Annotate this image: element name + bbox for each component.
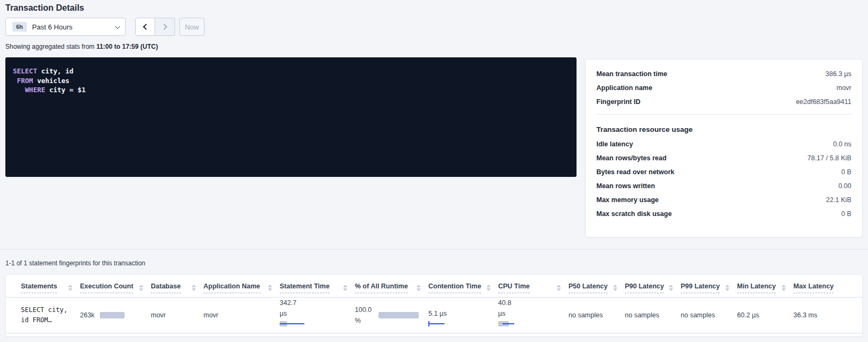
column-header-statement-time[interactable]: Statement Time <box>280 275 355 297</box>
interval-arrow-group <box>135 18 175 36</box>
sql-text: city = $1 <box>45 86 85 94</box>
statement-time-bar <box>280 321 307 327</box>
sql-statement-box: SELECT city, id FROM vehicles WHERE city… <box>5 57 577 177</box>
column-header-label: % of All Runtime <box>355 282 408 293</box>
sort-icon <box>192 285 196 291</box>
prev-interval-button[interactable] <box>135 18 155 36</box>
statement-time-value: 342.7 <box>280 298 355 308</box>
summary-row: Fingerprint ID ee2df683f5aa9411 <box>596 95 851 109</box>
column-header-p90-latency[interactable]: P90 Latency <box>625 275 681 297</box>
sql-statement: SELECT city, id FROM vehicles WHERE city… <box>13 66 569 95</box>
sql-indent <box>13 77 17 85</box>
summary-divider <box>596 114 851 115</box>
column-header-execution-count[interactable]: Execution Count <box>80 275 151 297</box>
sql-text: city, id <box>37 67 74 75</box>
column-header-label: Max Latency <box>793 282 834 293</box>
p99-latency-cell: no samples <box>681 297 737 333</box>
p90-latency-cell: no samples <box>625 297 681 333</box>
time-toolbar: 6h Past 6 Hours Now <box>5 18 205 36</box>
aggregated-stats-caption: Showing aggregated stats from 11:00 to 1… <box>5 43 158 50</box>
sql-keyword: FROM <box>17 77 33 85</box>
summary-value: 0.00 <box>838 182 851 190</box>
sort-icon <box>68 285 72 291</box>
column-header-database[interactable]: Database <box>151 275 203 297</box>
summary-value: movr <box>836 84 851 92</box>
column-header-application-name[interactable]: Application Name <box>203 275 280 297</box>
chevron-right-icon <box>161 24 167 29</box>
statement-line: SELECT city, <box>21 305 80 315</box>
sort-icon <box>725 285 730 291</box>
next-interval-button[interactable] <box>155 18 175 36</box>
summary-row: Bytes read over network 0 B <box>596 165 851 179</box>
statement-time-unit: µs <box>280 308 355 319</box>
column-header-label: CPU Time <box>498 282 530 293</box>
statement-row: SELECT city, id FROM… 263k movr movr 342… <box>6 297 863 333</box>
sort-icon <box>486 285 491 291</box>
column-header-contention-time[interactable]: Contention Time <box>428 275 498 297</box>
cpu-time-unit: µs <box>498 308 568 319</box>
chevron-down-icon <box>115 24 120 29</box>
summary-value: 0.0 ns <box>833 140 851 148</box>
statements-table-card: Statements Execution Count Database Appl… <box>5 274 863 337</box>
summary-value: 0 B <box>841 168 851 176</box>
table-header-row: Statements Execution Count Database Appl… <box>6 275 863 297</box>
execution-count-value: 263k <box>80 311 94 319</box>
column-header-p99-latency[interactable]: P99 Latency <box>681 275 737 297</box>
summary-value: 0 B <box>841 210 851 218</box>
runtime-pct-cell: 100.0 % <box>355 297 428 333</box>
column-header-label: P50 Latency <box>568 282 608 293</box>
runtime-pct-value: 100.0 <box>355 304 371 315</box>
time-interval-select[interactable]: 6h Past 6 Hours <box>5 18 126 36</box>
resource-usage-heading: Transaction resource usage <box>596 121 851 137</box>
runtime-pct-bar <box>378 312 419 318</box>
p50-latency-cell: no samples <box>568 297 625 333</box>
summary-row: Application name movr <box>596 81 851 95</box>
column-header-label: Execution Count <box>80 282 133 293</box>
statement-time-cell: 342.7 µs <box>280 297 355 333</box>
summary-row: Mean transaction time 386.3 µs <box>596 67 851 81</box>
sql-text: vehicles <box>33 77 70 85</box>
column-header-min-latency[interactable]: Min Latency <box>737 275 793 297</box>
summary-label: Max scratch disk usage <box>596 210 672 218</box>
column-header-max-latency[interactable]: Max Latency <box>793 275 863 297</box>
sort-icon <box>139 285 143 291</box>
caption-prefix: Showing aggregated stats from <box>5 43 96 50</box>
summary-label: Mean rows written <box>596 182 655 190</box>
statement-line: id FROM… <box>21 315 80 325</box>
execution-count-bar <box>100 312 125 318</box>
statements-count-caption: 1-1 of 1 statement fingerprints for this… <box>5 259 145 267</box>
sort-icon <box>557 285 561 291</box>
summary-value: 78.17 / 5.8 KiB <box>807 154 851 162</box>
cpu-time-bar <box>498 321 525 327</box>
sort-icon <box>417 285 421 291</box>
column-header-runtime-pct[interactable]: % of All Runtime <box>355 275 428 297</box>
column-header-label: Application Name <box>203 282 260 293</box>
column-header-label: P90 Latency <box>625 282 664 293</box>
cpu-time-value: 40.8 <box>498 298 568 308</box>
chevron-left-icon <box>143 24 149 29</box>
statement-link[interactable]: SELECT city, id FROM… <box>21 305 80 325</box>
execution-count-cell: 263k <box>80 297 151 333</box>
column-header-label: Min Latency <box>737 282 776 293</box>
column-header-statements[interactable]: Statements <box>6 275 80 297</box>
column-header-cpu-time[interactable]: CPU Time <box>498 275 568 297</box>
summary-label: Mean transaction time <box>596 70 667 78</box>
now-button[interactable]: Now <box>179 18 205 36</box>
sort-icon <box>782 285 786 291</box>
runtime-pct-unit: % <box>355 315 371 326</box>
statement-cell: SELECT city, id FROM… <box>6 297 80 333</box>
column-header-p50-latency[interactable]: P50 Latency <box>568 275 625 297</box>
sql-indent <box>13 86 25 94</box>
summary-row: Idle latency 0.0 ns <box>596 137 851 151</box>
contention-time-cell: 5.1 µs <box>428 297 498 333</box>
cpu-time-cell: 40.8 µs <box>498 297 568 333</box>
summary-label: Fingerprint ID <box>596 98 640 106</box>
summary-value: 22.1 KiB <box>826 196 851 204</box>
contention-time-bar <box>428 321 455 327</box>
section-divider <box>0 249 868 250</box>
summary-row: Mean rows/bytes read 78.17 / 5.8 KiB <box>596 151 851 165</box>
summary-label: Idle latency <box>596 140 633 148</box>
max-latency-cell: 36.3 ms <box>793 297 863 333</box>
page-title: Transaction Details <box>5 3 84 13</box>
time-range-badge: 6h <box>12 22 27 32</box>
